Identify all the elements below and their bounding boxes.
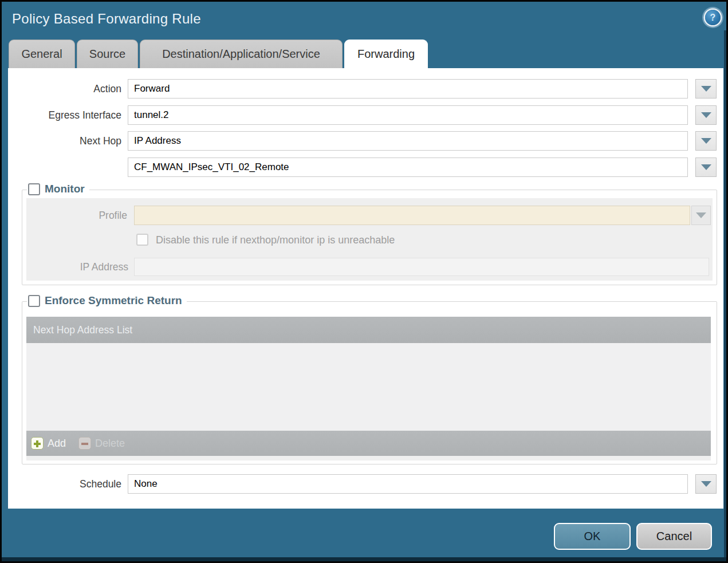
monitor-checkbox[interactable]: [28, 183, 40, 195]
next-hop-address-list-footer: Add Delete: [26, 431, 711, 456]
monitor-legend: Monitor: [27, 183, 89, 195]
chevron-down-icon: [701, 164, 711, 170]
profile-label: Profile: [26, 206, 127, 225]
action-label: Action: [8, 79, 121, 99]
chevron-down-icon: [701, 112, 711, 118]
dialog-title: Policy Based Forwarding Rule: [12, 11, 201, 27]
tab-bar: General Source Destination/Application/S…: [9, 40, 428, 69]
chevron-down-icon: [701, 86, 711, 92]
tab-general[interactable]: General: [9, 40, 75, 68]
schedule-field[interactable]: None: [128, 474, 688, 494]
minus-icon: [78, 437, 91, 450]
delete-button: Delete: [78, 437, 125, 450]
egress-interface-field[interactable]: tunnel.2: [128, 105, 688, 125]
table-bottom-strip: [26, 456, 711, 460]
frame-bottom-accent: [2, 557, 726, 561]
add-button[interactable]: Add: [31, 437, 66, 450]
next-hop-address-list-body: [26, 343, 711, 431]
schedule-label: Schedule: [8, 474, 121, 494]
next-hop-type-dropdown-button[interactable]: [695, 131, 717, 151]
egress-interface-dropdown-button[interactable]: [695, 105, 717, 125]
symmetric-return-fieldset: Enforce Symmetric Return Next Hop Addres…: [22, 301, 717, 464]
profile-field: [134, 206, 690, 225]
egress-interface-label: Egress Interface: [8, 105, 121, 125]
action-field[interactable]: Forward: [128, 79, 688, 99]
chevron-down-icon: [701, 138, 711, 144]
chevron-down-icon: [696, 212, 706, 218]
next-hop-label: Next Hop: [8, 131, 121, 151]
monitor-fieldset: Monitor Profile Disable this rule if nex…: [22, 190, 717, 285]
cancel-button[interactable]: Cancel: [636, 523, 712, 550]
schedule-dropdown-button[interactable]: [695, 474, 717, 494]
monitor-body: Profile Disable this rule if nexthop/mon…: [26, 198, 713, 281]
monitor-legend-label: Monitor: [45, 183, 85, 195]
profile-dropdown-button: [691, 206, 711, 225]
chevron-down-icon: [701, 481, 711, 487]
next-hop-address-dropdown-button[interactable]: [695, 158, 717, 177]
next-hop-address-field[interactable]: CF_MWAN_IPsec_VTI_02_Remote: [128, 158, 688, 177]
tab-destination-application-service[interactable]: Destination/Application/Service: [140, 40, 343, 68]
action-dropdown-button[interactable]: [695, 79, 717, 99]
content-panel: Action Forward Egress Interface tunnel.2…: [8, 68, 723, 509]
monitor-ip-field: [134, 258, 709, 276]
monitor-ip-label: IP Address: [26, 257, 128, 277]
next-hop-address-list-header: Next Hop Address List: [26, 317, 711, 343]
help-icon[interactable]: ?: [705, 10, 721, 25]
ok-button[interactable]: OK: [554, 523, 631, 550]
question-mark-glyph: ?: [710, 13, 716, 22]
tab-forwarding[interactable]: Forwarding: [344, 40, 428, 69]
delete-button-label: Delete: [95, 438, 125, 450]
symmetric-return-legend: Enforce Symmetric Return: [27, 294, 187, 307]
add-button-label: Add: [48, 438, 66, 450]
disable-rule-label: Disable this rule if nexthop/monitor ip …: [156, 234, 395, 246]
enforce-symmetric-return-checkbox[interactable]: [28, 295, 40, 307]
plus-icon: [31, 437, 44, 450]
tab-source[interactable]: Source: [77, 40, 138, 68]
next-hop-type-field[interactable]: IP Address: [128, 131, 688, 151]
symmetric-return-legend-label: Enforce Symmetric Return: [45, 294, 182, 307]
frame-right-accent: [724, 30, 726, 561]
disable-rule-checkbox: [136, 234, 148, 246]
pbf-rule-dialog: Policy Based Forwarding Rule ? General S…: [0, 0, 728, 563]
next-hop-address-table: Next Hop Address List Add Delete: [26, 317, 711, 460]
